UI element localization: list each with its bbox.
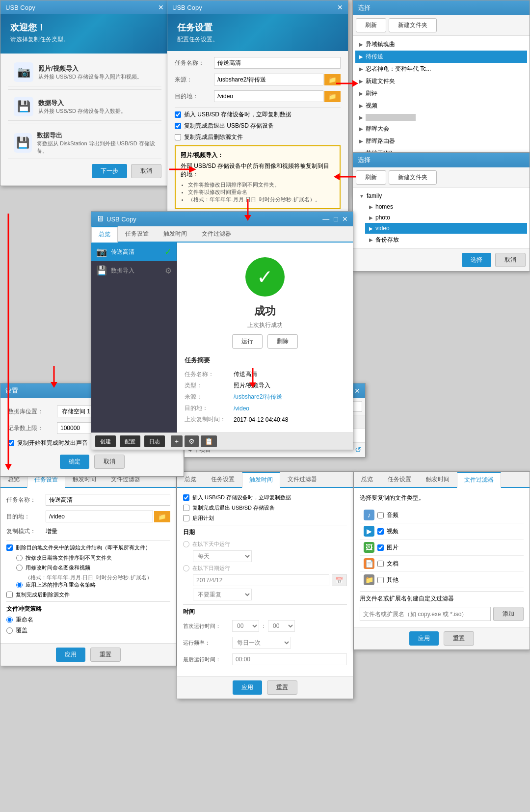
dest-folder-btn[interactable]: 📁 [324,91,341,102]
panel1-reset-btn[interactable]: 重置 [90,648,121,662]
p1-dest-folder-btn[interactable]: 📁 [154,511,170,522]
filter-audio-check[interactable] [377,512,384,518]
source-folder-btn[interactable]: 📁 [324,74,341,85]
window-main-min[interactable]: — [322,215,329,223]
tree-homes[interactable]: ▶homes [365,201,527,212]
window-main-max[interactable]: □ [334,215,338,223]
p1-opt2-radio[interactable] [16,555,23,561]
tab-file-filter[interactable]: 文件过滤器 [194,226,238,242]
sound-check[interactable] [8,440,14,446]
log-close-btn[interactable]: ✕ [354,387,360,395]
tree-item-4[interactable]: ▶刷评 [355,87,527,100]
panel3-tab-1[interactable]: 任务设置 [380,472,419,487]
tree-item-6[interactable]: ▶████████████ [355,112,527,123]
task-data-import[interactable]: 💾 数据导入 从外接 USB/SD 存储设备导入数据。 [8,93,161,121]
conflict-rename-radio[interactable] [6,617,13,623]
toolbar-plus-btn[interactable]: + [171,435,183,447]
filter-video-check[interactable] [377,528,384,535]
newfolder-btn-2[interactable]: 新建文件夹 [389,170,437,185]
conflict-overwrite-radio[interactable] [6,627,13,634]
custom-filter-input[interactable] [360,607,491,621]
run-button[interactable]: 运行 [232,334,263,349]
p2-date-input[interactable] [193,574,329,586]
refresh-btn-2[interactable]: 刷新 [356,170,386,185]
refresh-btn-1[interactable]: 刷新 [356,18,386,32]
panel3-tab-0[interactable]: 总览 [354,472,380,487]
p2-check1[interactable] [183,494,189,501]
tree-root-family[interactable]: ▼ family [355,190,527,201]
check-delete[interactable] [175,134,181,140]
settings-ok-btn[interactable]: 确定 [60,455,89,469]
window-welcome-close[interactable]: ✕ [158,3,164,11]
p2-cal-btn[interactable]: 📅 [332,574,347,586]
panel3-reset-btn[interactable]: 重置 [444,631,474,646]
tree-item-0[interactable]: ▶异域镇魂曲 [355,38,527,51]
toolbar-gear-btn[interactable]: ⚙ [185,435,199,447]
tab-overview[interactable]: 总览 [91,226,118,243]
task-name-input[interactable] [214,57,341,69]
panel3-tab-2[interactable]: 触发时间 [419,472,457,487]
summary-value-2[interactable]: /usbshare2/待传送 [234,391,345,403]
p2-days-select[interactable]: 每天 [193,550,252,562]
task-photo-import[interactable]: 📷 照片/视频导入 从外接 USB/SD 存储设备导入照片和视频。 [8,58,161,86]
cancel-button-w1[interactable]: 取消 [131,164,161,178]
select-btn-2[interactable]: 选择 [462,253,491,267]
p2-check2[interactable] [183,505,189,511]
p2-freq-select[interactable]: 每日一次 [232,637,291,649]
p2-repeat-select[interactable]: 不要重复 [193,589,252,600]
settings-cancel-btn[interactable]: 取消 [94,455,125,469]
toolbar-log-btn[interactable]: 日志 [144,435,165,447]
panel3-apply-btn[interactable]: 应用 [409,631,439,646]
tree-photo[interactable]: ▶photo [365,212,527,223]
p1-opt5-check[interactable] [6,592,13,598]
filter-other-check[interactable] [377,577,384,583]
panel3-tab-3[interactable]: 文件过滤器 [457,472,501,488]
p2-time-m-select[interactable]: 00 [268,620,295,632]
p2-check3[interactable] [183,515,189,521]
tab-trigger-time[interactable]: 触发时间 [156,226,194,242]
panel2-tab-1[interactable]: 任务设置 [204,472,242,487]
p1-opt3-radio[interactable] [16,565,23,571]
sidebar-item-photo[interactable]: 📷 传送高清 ✓ [91,243,177,261]
dest-input[interactable] [214,90,323,102]
panel2-tab-2[interactable]: 触发时间 [242,472,280,488]
toolbar-doc-btn[interactable]: 📋 [201,435,217,447]
tree-video[interactable]: ▶video [365,223,527,234]
newfolder-btn-1[interactable]: 新建文件夹 [389,18,437,32]
check-autostart[interactable] [175,111,181,118]
summary-value-3[interactable]: /video [234,403,345,414]
log-reload-btn[interactable]: ↺ [355,445,361,455]
tree-item-3[interactable]: ▶新建文件夹 [355,75,527,87]
window-settings-close[interactable]: ✕ [337,3,343,11]
tab-task-settings[interactable]: 任务设置 [118,226,156,242]
panel2-tab-3[interactable]: 文件过滤器 [280,472,324,487]
task-data-export[interactable]: 💾 数据导出 将数据从 DiskStation 导出到外接 USB/SD 存储设… [8,127,161,159]
p2-radio2[interactable] [183,565,189,571]
tree-backup[interactable]: ▶备份存放 [365,234,527,246]
next-button[interactable]: 下一步 [92,164,127,178]
tree-item-1[interactable]: ▶待传送 [355,51,527,63]
p2-time-h-select[interactable]: 00 [232,620,259,632]
tree-item-7[interactable]: ▶群晖大会 [355,123,527,135]
window-main-close[interactable]: ✕ [342,215,348,223]
tree-item-2[interactable]: ▶忍者神龟：变种年代 Tc... [355,63,527,75]
p1-name-input[interactable] [46,494,170,506]
filter-image-check[interactable] [377,544,384,551]
custom-add-btn[interactable]: 添加 [493,607,524,621]
panel2-reset-btn[interactable]: 重置 [267,680,297,695]
sidebar-item-data[interactable]: 💾 数据导入 ⚙ [91,261,177,280]
p1-dest-input[interactable] [46,511,153,522]
toolbar-new-btn[interactable]: 创建 [95,435,116,447]
p1-opt1-check[interactable] [6,544,13,551]
p2-radio1[interactable] [183,541,189,547]
p2-lasttime-input[interactable] [232,653,347,665]
delete-button[interactable]: 删除 [267,334,298,349]
toolbar-config-btn[interactable]: 配置 [120,435,140,447]
p1-opt4-radio[interactable] [16,582,23,588]
source-input[interactable] [214,74,323,85]
tree-item-5[interactable]: ▶视频 [355,100,527,112]
panel1-apply-btn[interactable]: 应用 [56,648,85,662]
filter-doc-check[interactable] [377,561,384,567]
cancel-btn-panel2[interactable]: 取消 [495,253,526,267]
tree-item-8[interactable]: ▶群晖路由器 [355,135,527,147]
